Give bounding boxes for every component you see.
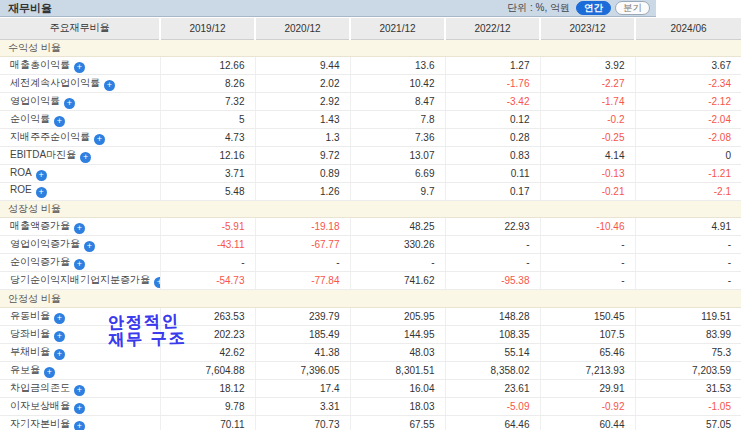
ratio-value-cell: 17.4 [255, 379, 350, 397]
ratio-value-cell: 4.73 [160, 129, 255, 147]
table-row: 지배주주순이익률+4.731.37.360.28-0.25-2.08 [0, 129, 741, 147]
ratio-value-cell: 7,203.59 [635, 361, 741, 379]
ratio-value-cell: 0 [635, 147, 741, 165]
ratio-value-cell: 70.73 [255, 415, 350, 430]
plus-icon[interactable]: + [54, 331, 65, 342]
section-title: 성장성 비율 [0, 200, 741, 218]
plus-icon[interactable]: + [84, 241, 95, 252]
plus-icon[interactable]: + [154, 277, 160, 288]
section-header-row: 성장성 비율 [0, 200, 741, 218]
table-row: 매출총이익률+12.669.4413.61.273.923.67 [0, 57, 741, 75]
ratio-value-cell: 144.95 [350, 325, 445, 343]
ratio-value-cell: 1.3 [255, 129, 350, 147]
plus-icon[interactable]: + [54, 313, 65, 324]
ratio-value-cell: 65.46 [540, 343, 635, 361]
ratio-value-cell: 22.93 [445, 218, 540, 236]
plus-icon[interactable]: + [74, 421, 85, 430]
ratio-value-cell: 7.8 [350, 111, 445, 129]
table-row: 당좌비율+202.23185.49144.95108.35107.583.99 [0, 325, 741, 343]
ratio-value-cell: 18.03 [350, 397, 445, 415]
plus-icon[interactable]: + [36, 187, 47, 198]
ratio-value-cell: 0.83 [445, 147, 540, 165]
ratio-value-cell: 12.16 [160, 147, 255, 165]
annual-toggle-button[interactable]: 연간 [576, 1, 611, 15]
ratio-value-cell: 205.95 [350, 307, 445, 325]
ratio-value-cell: 60.44 [540, 415, 635, 430]
table-row: 세전계속사업이익률+8.262.0210.42-1.76-2.27-2.34 [0, 75, 741, 93]
plus-icon[interactable]: + [54, 349, 65, 360]
ratio-value-cell: -67.77 [255, 236, 350, 254]
ratio-label-cell: 순이익증가율+ [0, 254, 160, 272]
ratio-value-cell: 48.03 [350, 343, 445, 361]
plus-icon[interactable]: + [94, 134, 105, 145]
ratio-value-cell: 3.71 [160, 165, 255, 183]
label-column-header: 주요재무비율 [0, 18, 160, 39]
ratio-label-cell: 당좌비율+ [0, 325, 160, 343]
ratio-label: 유동비율 [10, 310, 50, 321]
ratio-value-cell: -3.42 [445, 93, 540, 111]
ratio-label: ROE [10, 184, 32, 195]
ratio-value-cell: -1.74 [540, 93, 635, 111]
ratio-value-cell: 2.02 [255, 75, 350, 93]
ratio-value-cell: 7,213.93 [540, 361, 635, 379]
ratio-label: 지배주주순이익률 [10, 131, 90, 142]
ratio-label: 영업이익증가율 [10, 238, 80, 249]
ratio-value-cell: - [160, 254, 255, 272]
ratio-value-cell: 0.17 [445, 182, 540, 200]
plus-icon[interactable]: + [104, 80, 115, 91]
financial-ratios-panel: 재무비율 단위 : %, 억원 연간 분기 주요재무비율 2019/122020… [0, 0, 741, 430]
table-row: 매출액증가율+-5.91-19.1848.2522.93-10.464.91 [0, 218, 741, 236]
ratio-label: 매출총이익률 [10, 59, 70, 70]
ratio-label-cell: 매출액증가율+ [0, 218, 160, 236]
section-title: 수익성 비율 [0, 39, 741, 57]
ratio-value-cell: 0.89 [255, 165, 350, 183]
table-row: ROA+3.710.896.690.11-0.13-1.21 [0, 165, 741, 183]
plus-icon[interactable]: + [74, 403, 85, 414]
ratio-value-cell: -1.05 [635, 397, 741, 415]
year-column-header: 2022/12 [445, 18, 540, 39]
plus-icon[interactable]: + [44, 367, 55, 378]
ratio-label-cell: 유동비율+ [0, 307, 160, 325]
ratio-label: 자기자본비율 [10, 418, 70, 429]
plus-icon[interactable]: + [80, 152, 91, 163]
ratio-label-cell: ROE+ [0, 182, 160, 200]
ratio-value-cell: 119.51 [635, 307, 741, 325]
ratio-label-cell: 영업이익증가율+ [0, 236, 160, 254]
ratio-value-cell: 3.67 [635, 57, 741, 75]
ratio-label: 순이익증가율 [10, 256, 70, 267]
ratio-value-cell: 239.79 [255, 307, 350, 325]
ratio-value-cell: 4.91 [635, 218, 741, 236]
plus-icon[interactable]: + [74, 62, 85, 73]
ratio-value-cell: 83.99 [635, 325, 741, 343]
ratio-label-cell: 순이익률+ [0, 111, 160, 129]
ratio-value-cell: 7.32 [160, 93, 255, 111]
ratio-label-cell: 차입금의존도+ [0, 379, 160, 397]
table-row: 부채비율+42.6241.3848.0355.1465.4675.3 [0, 343, 741, 361]
ratio-value-cell: 741.62 [350, 272, 445, 290]
ratio-value-cell: 9.72 [255, 147, 350, 165]
ratio-label: 당좌비율 [10, 328, 50, 339]
year-column-header: 2019/12 [160, 18, 255, 39]
plus-icon[interactable]: + [54, 116, 65, 127]
ratio-value-cell: -5.09 [445, 397, 540, 415]
ratio-value-cell: 8.26 [160, 75, 255, 93]
ratio-value-cell: -95.38 [445, 272, 540, 290]
plus-icon[interactable]: + [74, 223, 85, 234]
year-column-header: 2020/12 [255, 18, 350, 39]
table-row: 영업이익증가율+-43.11-67.77330.26--- [0, 236, 741, 254]
plus-icon[interactable]: + [36, 170, 47, 181]
ratio-value-cell: 23.61 [445, 379, 540, 397]
ratio-label: 세전계속사업이익률 [10, 77, 100, 88]
ratio-label-cell: 유보율+ [0, 361, 160, 379]
ratio-value-cell: -2.12 [635, 93, 741, 111]
plus-icon[interactable]: + [74, 385, 85, 396]
ratio-value-cell: 41.38 [255, 343, 350, 361]
ratio-value-cell: - [445, 254, 540, 272]
year-column-header: 2024/06 [635, 18, 741, 39]
ratio-label-cell: 당기순이익지배기업지분증가율+ [0, 272, 160, 290]
quarterly-toggle-button[interactable]: 분기 [615, 1, 650, 15]
ratio-label: EBITDA마진율 [10, 149, 76, 160]
plus-icon[interactable]: + [74, 259, 85, 270]
ratio-value-cell: 4.14 [540, 147, 635, 165]
plus-icon[interactable]: + [64, 98, 75, 109]
